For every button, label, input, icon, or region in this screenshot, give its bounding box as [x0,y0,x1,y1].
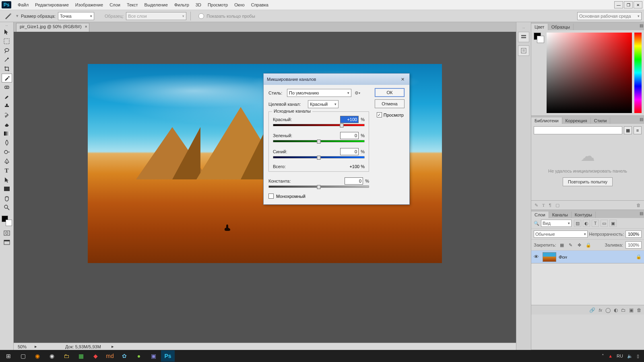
blur-tool[interactable] [2,138,12,147]
menu-view[interactable]: Просмотр [204,1,231,8]
fx-icon[interactable]: fx [599,307,602,313]
tab-color[interactable]: Цвет [531,24,548,30]
marquee-tool[interactable] [2,37,12,45]
menu-file[interactable]: Файл [14,1,32,8]
properties-panel-icon[interactable] [518,45,529,56]
type-tool[interactable]: T [2,166,12,175]
menu-text[interactable]: Текст [124,1,141,8]
shape-tool[interactable] [2,185,12,193]
status-arrow-icon[interactable]: ▸ [111,344,114,349]
crop-tool[interactable] [2,64,12,73]
para-style-icon[interactable]: ¶ [549,203,551,208]
box-style-icon[interactable]: ▢ [555,203,559,208]
app3-icon[interactable]: md [103,350,117,362]
start-icon[interactable]: ⊞ [2,350,15,362]
app5-icon[interactable]: ● [132,350,146,362]
menu-window[interactable]: Окно [231,1,248,8]
tray-action-icon[interactable]: ▯ [637,354,639,359]
menu-3d[interactable]: 3D [192,1,204,8]
sample-size-select[interactable]: Точка▾ [58,12,94,20]
menu-edit[interactable]: Редактирование [32,1,72,8]
retry-button[interactable]: Повторить попытку [563,177,613,186]
minimize-button[interactable]: — [614,1,623,8]
app6-icon[interactable]: ▣ [147,350,160,362]
lasso-tool[interactable] [2,46,12,55]
menu-filter[interactable]: Фильтр [171,1,192,8]
workspace-select[interactable]: Основная рабочая среда▾ [577,12,642,20]
fill-value[interactable]: 100% [625,241,642,249]
target-channel-select[interactable]: Красный [308,100,339,108]
tray-app-icon[interactable]: ▲ [608,354,613,358]
zoom-level[interactable]: 50% [18,344,27,349]
tab-paths[interactable]: Контуры [572,212,596,218]
visibility-icon[interactable]: 👁 [534,254,540,260]
ok-button[interactable]: ОК [375,88,405,97]
lock-position-icon[interactable]: ✥ [576,242,583,248]
dialog-close-icon[interactable]: ✕ [399,76,406,83]
path-select-tool[interactable] [2,175,12,184]
panel-menu-icon[interactable]: ▤ [640,117,643,121]
lib-grid-icon[interactable]: ▦ [624,126,632,134]
menu-select[interactable]: Выделение [141,1,171,8]
menu-layers[interactable]: Слои [106,1,124,8]
wand-tool[interactable] [2,55,12,64]
layer-thumbnail[interactable] [543,252,556,262]
fx-icon[interactable]: ✎ [535,203,538,208]
dialog-titlebar[interactable]: Микширование каналов ✕ [264,74,409,85]
history-panel-icon[interactable] [518,32,529,42]
filter-pixel-icon[interactable]: ▨ [574,220,581,227]
color-field[interactable] [547,33,632,113]
lib-list-icon[interactable]: ≡ [634,126,642,134]
style-select[interactable]: По умолчанию [287,89,351,97]
filter-shape-icon[interactable]: ▭ [601,220,608,227]
color-fg-bg[interactable] [534,33,544,43]
show-ring-checkbox[interactable] [198,13,204,19]
close-tab-icon[interactable]: × [85,25,87,29]
explorer-icon[interactable]: 🗀 [60,350,73,362]
layer-row[interactable]: 👁 Фон 🔒 [531,251,644,263]
panel-menu-icon[interactable]: ▤ [640,211,643,216]
tab-channels[interactable]: Каналы [549,212,572,218]
quickmask-tool[interactable] [2,229,12,238]
toolbox-handle[interactable]: ·· [1,24,12,27]
type-style-icon[interactable]: T [542,203,545,208]
app4-icon[interactable]: ✿ [118,350,131,362]
history-brush-tool[interactable] [2,111,12,119]
lock-all-icon[interactable]: 🔒 [585,242,592,248]
screenmode-tool[interactable] [2,238,12,247]
menu-help[interactable]: Справка [248,1,272,8]
group-icon[interactable]: 🗀 [621,307,626,313]
blue-slider[interactable] [273,156,365,158]
pen-tool[interactable] [2,157,12,166]
tray-lang[interactable]: RU [617,354,623,358]
preset-menu-icon[interactable]: ⚙▾ [354,89,361,97]
hand-tool[interactable] [2,194,12,203]
red-slider[interactable] [273,124,365,126]
dodge-tool[interactable] [2,148,12,156]
zoom-arrow-icon[interactable]: ▸ [35,344,37,349]
blue-input[interactable] [340,148,359,155]
layer-filter-kind[interactable]: Вид▾ [541,220,572,227]
red-input[interactable] [340,116,359,123]
color-swatches[interactable] [2,216,12,226]
mask-icon[interactable]: ◯ [605,307,611,313]
new-layer-icon[interactable]: ▣ [629,307,634,313]
panel-menu-icon[interactable]: ▤ [640,23,643,28]
constant-input[interactable] [345,177,363,185]
blend-mode-select[interactable]: Обычные▾ [534,230,588,238]
app2-icon[interactable]: ◆ [89,350,102,362]
eraser-tool[interactable] [2,120,12,129]
tray-up-icon[interactable]: ˄ [602,354,604,359]
filter-adjust-icon[interactable]: ◐ [583,220,590,227]
preview-checkbox[interactable]: ✓ [377,112,382,117]
adjustment-icon[interactable]: ◐ [614,307,618,313]
cancel-button[interactable]: Отмена [375,99,405,108]
constant-slider[interactable] [268,185,369,188]
brush-tool[interactable] [2,92,12,101]
opacity-value[interactable]: 100% [625,230,642,238]
menu-image[interactable]: Изображение [72,1,106,8]
zoom-tool[interactable] [2,203,12,212]
green-input[interactable] [340,132,359,139]
trash-mini-icon[interactable]: 🗑 [636,203,641,208]
lock-pixels-icon[interactable]: ▦ [559,242,565,248]
